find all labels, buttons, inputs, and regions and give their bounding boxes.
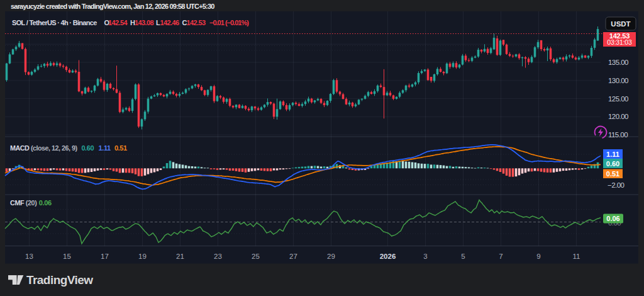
svg-text:0.60: 0.60 xyxy=(81,144,94,152)
svg-text:0.51: 0.51 xyxy=(114,144,127,152)
svg-text:MACD (close, 12, 26, 9): MACD (close, 12, 26, 9) xyxy=(10,144,78,152)
svg-text:130.00: 130.00 xyxy=(608,77,628,84)
svg-text:1.11: 1.11 xyxy=(606,151,619,158)
svg-text:142.46: 142.46 xyxy=(160,19,180,26)
svg-text:1.11: 1.11 xyxy=(99,144,111,152)
svg-text:19: 19 xyxy=(138,253,147,260)
svg-text:11: 11 xyxy=(573,253,580,260)
svg-text:21: 21 xyxy=(176,253,184,260)
svg-text:29: 29 xyxy=(327,253,335,260)
svg-text:142.53: 142.53 xyxy=(187,19,206,26)
svg-text:125.00: 125.00 xyxy=(608,95,628,103)
svg-text:3: 3 xyxy=(423,253,427,260)
svg-text:USDT: USDT xyxy=(611,20,630,28)
svg-text:TradingView: TradingView xyxy=(26,273,93,287)
svg-text:13: 13 xyxy=(25,253,33,260)
svg-text:−2.00: −2.00 xyxy=(608,181,625,189)
svg-text:SOL / TetherUS · 4h · Binance: SOL / TetherUS · 4h · Binance xyxy=(12,19,97,26)
svg-text:9: 9 xyxy=(536,253,540,260)
svg-text:115.00: 115.00 xyxy=(608,131,628,139)
svg-text:17: 17 xyxy=(101,253,109,260)
svg-text:135.00: 135.00 xyxy=(608,59,628,66)
svg-text:25: 25 xyxy=(252,253,260,260)
svg-text:143.08: 143.08 xyxy=(135,19,154,26)
svg-text:03:31:03: 03:31:03 xyxy=(607,38,632,46)
svg-text:5: 5 xyxy=(461,253,465,260)
svg-text:0.06: 0.06 xyxy=(39,199,52,207)
svg-text:0.06: 0.06 xyxy=(606,215,619,222)
svg-text:sarayucyzie created with Tradi: sarayucyzie created with TradingView.com… xyxy=(11,3,214,10)
svg-text:27: 27 xyxy=(289,253,297,260)
svg-text:15: 15 xyxy=(63,253,71,260)
svg-text:0.51: 0.51 xyxy=(606,170,619,178)
svg-text:142.54: 142.54 xyxy=(108,19,128,26)
svg-text:2026: 2026 xyxy=(380,253,396,260)
svg-text:0.60: 0.60 xyxy=(606,160,619,168)
svg-text:−0.01 (−0.01%): −0.01 (−0.01%) xyxy=(209,19,249,26)
svg-text:120.00: 120.00 xyxy=(608,113,628,120)
svg-text:CMF (20): CMF (20) xyxy=(10,199,37,207)
svg-text:23: 23 xyxy=(214,253,222,260)
svg-text:7: 7 xyxy=(499,253,502,260)
